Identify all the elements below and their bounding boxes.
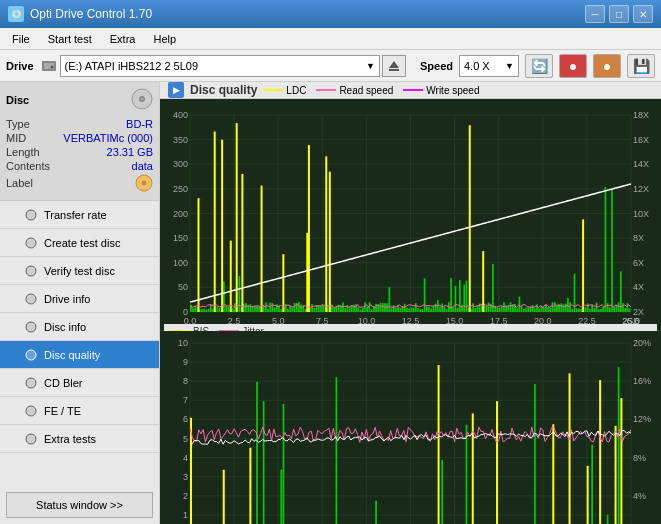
bis-chart: [160, 331, 661, 524]
nav-item-disc-info[interactable]: Disc info: [0, 313, 159, 341]
svg-point-10: [26, 210, 36, 220]
menu-start-test[interactable]: Start test: [40, 31, 100, 47]
nav-icon-5: [24, 348, 38, 362]
nav-item-transfer-rate[interactable]: Transfer rate: [0, 201, 159, 229]
drive-label: Drive: [6, 60, 34, 72]
svg-point-7: [141, 98, 144, 101]
disc-quality-header: ▶ Disc quality LDC Read speed Write spee…: [160, 82, 661, 99]
svg-point-13: [26, 294, 36, 304]
nav-item-cd-bler[interactable]: CD Bler: [0, 369, 159, 397]
sidebar: Disc Type BD-R MID VERBATIMc (000) Lengt…: [0, 82, 160, 524]
minimize-button[interactable]: ─: [585, 5, 605, 23]
title-bar: 💿 Opti Drive Control 1.70 ─ □ ✕: [0, 0, 661, 28]
disc-quality-icon: ▶: [168, 82, 184, 98]
nav-list: Transfer rateCreate test discVerify test…: [0, 201, 159, 453]
speed-value: 4.0 X: [464, 60, 490, 72]
mid-row: MID VERBATIMc (000): [6, 132, 153, 144]
drive-select[interactable]: (E:) ATAPI iHBS212 2 5L09 ▼: [60, 55, 380, 77]
menu-extra[interactable]: Extra: [102, 31, 144, 47]
nav-item-disc-quality[interactable]: Disc quality: [0, 341, 159, 369]
eject-button[interactable]: [382, 55, 406, 77]
legend-ldc: LDC: [263, 85, 306, 96]
type-row: Type BD-R: [6, 118, 153, 130]
chart-legend: LDC Read speed Write speed: [263, 85, 479, 96]
status-window-button[interactable]: Status window >>: [6, 492, 153, 518]
speed-select[interactable]: 4.0 X ▼: [459, 55, 519, 77]
nav-icon-6: [24, 376, 38, 390]
menu-file[interactable]: File: [4, 31, 38, 47]
nav-item-create-test-disc[interactable]: Create test disc: [0, 229, 159, 257]
menu-bar: File Start test Extra Help: [0, 28, 661, 50]
drive-select-value: (E:) ATAPI iHBS212 2 5L09: [65, 60, 199, 72]
svg-point-14: [26, 322, 36, 332]
app-icon: 💿: [8, 6, 24, 22]
nav-item-fe---te[interactable]: FE / TE: [0, 397, 159, 425]
nav-icon-0: [24, 208, 38, 222]
main-area: Disc Type BD-R MID VERBATIMc (000) Lengt…: [0, 82, 661, 524]
svg-point-17: [26, 406, 36, 416]
save-button[interactable]: 💾: [627, 54, 655, 78]
svg-rect-4: [389, 69, 399, 71]
nav-icon-8: [24, 432, 38, 446]
speed-chevron: ▼: [505, 61, 514, 71]
speed-label: Speed: [420, 60, 453, 72]
label-icon: [135, 174, 153, 192]
drive-bar: Drive (E:) ATAPI iHBS212 2 5L09 ▼ Speed …: [0, 50, 661, 82]
legend-write-speed: Write speed: [403, 85, 479, 96]
nav-icon-4: [24, 320, 38, 334]
content-area: ▶ Disc quality LDC Read speed Write spee…: [160, 82, 661, 524]
disc-panel-title: Disc: [6, 94, 29, 106]
nav-item-verify-test-disc[interactable]: Verify test disc: [0, 257, 159, 285]
nav-icon-1: [24, 236, 38, 250]
red-button[interactable]: ●: [559, 54, 587, 78]
close-button[interactable]: ✕: [633, 5, 653, 23]
svg-marker-3: [389, 61, 399, 68]
refresh-button[interactable]: 🔄: [525, 54, 553, 78]
length-row: Length 23.31 GB: [6, 146, 153, 158]
app-title: Opti Drive Control 1.70: [30, 7, 152, 21]
disc-quality-title: Disc quality: [190, 83, 257, 97]
svg-point-18: [26, 434, 36, 444]
nav-item-drive-info[interactable]: Drive info: [0, 285, 159, 313]
drive-icon: [40, 56, 58, 76]
svg-point-9: [142, 181, 147, 186]
nav-icon-7: [24, 404, 38, 418]
disc-image-icon: [131, 88, 153, 112]
nav-item-extra-tests[interactable]: Extra tests: [0, 425, 159, 453]
charts-area: BIS Jitter: [160, 99, 661, 524]
legend-read-speed: Read speed: [316, 85, 393, 96]
contents-row: Contents data: [6, 160, 153, 172]
svg-point-12: [26, 266, 36, 276]
menu-help[interactable]: Help: [145, 31, 184, 47]
svg-point-16: [26, 378, 36, 388]
svg-point-15: [26, 350, 36, 360]
svg-point-2: [50, 65, 53, 68]
maximize-button[interactable]: □: [609, 5, 629, 23]
ldc-chart: [160, 99, 661, 330]
disc-panel: Disc Type BD-R MID VERBATIMc (000) Lengt…: [0, 82, 159, 201]
label-row: Label: [6, 174, 153, 192]
orange-button[interactable]: ●: [593, 54, 621, 78]
nav-icon-2: [24, 264, 38, 278]
nav-icon-3: [24, 292, 38, 306]
drive-select-chevron: ▼: [366, 61, 375, 71]
svg-point-11: [26, 238, 36, 248]
